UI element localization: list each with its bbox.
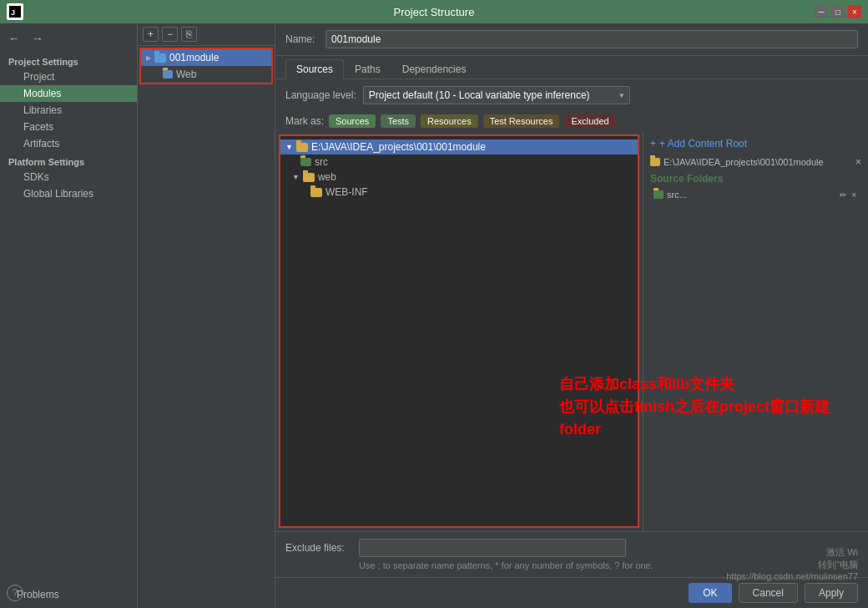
web-module-name: Web [176,68,196,80]
sidebar-item-project[interactable]: Project [0,68,137,85]
module-001module[interactable]: ▶ 001module [141,49,271,66]
web-label: web [318,171,336,183]
watermark-line2: 转到"电脑 [726,559,858,571]
badge-tests[interactable]: Tests [381,114,416,128]
lang-level-select[interactable]: Project default (10 - Local variable typ… [363,86,630,104]
root-folder-icon [296,143,308,152]
src-label: src [315,156,328,168]
apply-button[interactable]: Apply [805,583,858,603]
lang-select-wrapper: Project default (10 - Local variable typ… [363,86,630,104]
sidebar-item-facets[interactable]: Facets [0,119,137,135]
back-button[interactable]: ← [5,30,23,47]
split-panel: ▼ E:\JAVA\IDEA_projects\001\001module sr… [275,131,868,531]
tree-web-inf-item[interactable]: WEB-INF [280,185,638,200]
source-item-src: src... ✏ × [650,188,861,201]
src-item-actions: ✏ × [838,190,858,200]
src-folder-icon [300,158,311,166]
main-layout: ← → Project Settings Project Modules Lib… [0,23,868,608]
web-inf-folder-icon [310,188,322,197]
forward-button[interactable]: → [28,30,47,47]
root-path: E:\JAVA\IDEA_projects\001\001module [311,141,486,153]
module-tree-panel: + − ⎘ ▶ 001module Web [138,23,275,608]
minimize-button[interactable]: ─ [815,5,828,18]
module-name: 001module [169,52,219,63]
title-bar: J Project Structure ─ □ × [0,0,868,23]
badge-test-resources[interactable]: Test Resources [483,114,560,128]
exclude-input[interactable] [359,539,626,557]
two-col-layout: + − ⎘ ▶ 001module Web Name: [138,23,868,608]
name-label: Name: [285,33,319,45]
copy-module-button[interactable]: ⎘ [181,27,197,42]
remove-module-button[interactable]: − [162,27,178,42]
bottom-buttons: 激活 Wi 转到"电脑 https://blog.csdn.net/mulins… [275,577,868,608]
tab-sources[interactable]: Sources [285,59,344,79]
mark-as-row: Mark as: Sources Tests Resources Test Re… [275,111,868,131]
content-root-icon [650,158,660,166]
module-web[interactable]: Web [141,66,271,83]
window-controls: ─ □ × [815,5,861,18]
remove-content-root-btn[interactable]: × [855,156,861,168]
tree-src-item[interactable]: src [280,155,638,170]
module-tree-list: ▶ 001module Web [139,48,273,84]
app-logo: J [7,3,23,20]
source-folders-label: Source Folders [650,173,861,185]
edit-source-btn[interactable]: ✏ [838,190,848,200]
add-content-root-btn[interactable]: + + Add Content Root [650,138,861,149]
web-arrow: ▼ [292,173,300,181]
right-panel: Name: Sources Paths Dependencies Languag… [275,23,868,608]
file-tree-panel: ▼ E:\JAVA\IDEA_projects\001\001module sr… [279,134,639,528]
watermark: 激活 Wi 转到"电脑 https://blog.csdn.net/mulins… [726,546,858,581]
project-settings-label: Project Settings [0,52,137,68]
watermark-line1: 激活 Wi [726,546,858,559]
tab-dependencies[interactable]: Dependencies [391,59,477,79]
web-icon [163,70,173,79]
platform-settings-label: Platform Settings [0,152,137,169]
sidebar-nav: ← → [0,28,137,48]
lang-level-row: Language level: Project default (10 - Lo… [275,79,868,111]
badge-sources[interactable]: Sources [329,114,376,128]
add-module-button[interactable]: + [143,27,159,42]
web-inf-label: WEB-INF [326,186,368,198]
sidebar: ← → Project Settings Project Modules Lib… [0,23,138,608]
lang-level-label: Language level: [285,89,356,101]
badge-resources[interactable]: Resources [421,114,478,128]
dialog-title: Project Structure [394,6,475,18]
svg-text:J: J [11,8,15,17]
close-button[interactable]: × [848,5,861,18]
sidebar-item-global-libraries[interactable]: Global Libraries [0,185,137,202]
mark-as-label: Mark as: [285,115,324,127]
tree-root-item[interactable]: ▼ E:\JAVA\IDEA_projects\001\001module [280,139,638,155]
name-row: Name: [275,23,868,56]
module-folder-icon [154,53,166,63]
sidebar-item-sdks[interactable]: SDKs [0,169,137,185]
module-tree-toolbar: + − ⎘ [138,23,275,46]
help-button[interactable]: ? [7,585,23,601]
cancel-button[interactable]: Cancel [739,583,798,603]
maximize-button[interactable]: □ [831,5,845,18]
add-icon: + [650,138,656,149]
exclude-label: Exclude files: [285,542,352,554]
tabs-row: Sources Paths Dependencies [275,56,868,79]
tab-paths[interactable]: Paths [344,59,391,79]
sidebar-item-libraries[interactable]: Libraries [0,102,137,119]
ok-button[interactable]: OK [689,583,731,603]
sidebar-item-artifacts[interactable]: Artifacts [0,135,137,152]
watermark-line3: https://blog.csdn.net/mulinsen77 [726,571,858,581]
remove-source-btn[interactable]: × [850,190,858,200]
tree-web-item[interactable]: ▼ web [280,170,638,185]
source-folders-panel: + + Add Content Root E:\JAVA\IDEA_projec… [643,131,868,531]
root-arrow: ▼ [285,143,293,151]
sidebar-item-modules[interactable]: Modules [0,85,137,102]
web-folder-icon [303,173,315,182]
content-root-path: E:\JAVA\IDEA_projects\001\001module × [650,156,861,168]
badge-excluded[interactable]: Excluded [564,114,615,128]
src-entry-icon [654,190,664,199]
expand-arrow: ▶ [146,54,151,62]
name-input[interactable] [326,30,858,48]
